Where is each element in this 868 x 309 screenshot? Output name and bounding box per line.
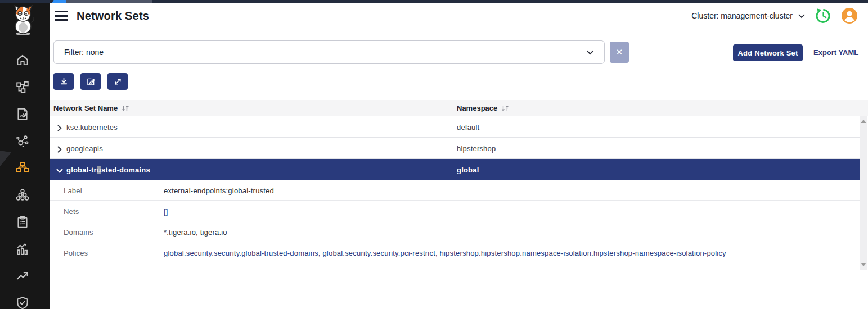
page-title: Network Sets bbox=[77, 10, 149, 22]
clear-filter-button[interactable]: ✕ bbox=[610, 42, 629, 63]
detail-row-nets: Nets [] bbox=[50, 201, 860, 221]
download-button[interactable] bbox=[53, 73, 74, 90]
header-right: Cluster: management-cluster bbox=[691, 7, 868, 24]
service-graph-icon[interactable] bbox=[15, 134, 30, 148]
threat-shield-icon[interactable] bbox=[15, 296, 30, 309]
browser-top-strip bbox=[0, 0, 868, 3]
namespace-value: default bbox=[457, 123, 479, 131]
sort-icon[interactable] bbox=[122, 105, 129, 112]
detail-value: external-endpoints:global-trusted bbox=[164, 187, 274, 195]
table-scrollbar[interactable] bbox=[860, 116, 867, 270]
main-content: Filter: none ✕ Add Network Set Export YA… bbox=[50, 29, 868, 309]
user-avatar-icon[interactable] bbox=[841, 7, 858, 24]
detail-row-label: Label external-endpoints:global-trusted bbox=[50, 180, 860, 201]
top-strip-slate-segment bbox=[66, 0, 152, 3]
chevron-down-icon bbox=[798, 11, 805, 20]
sidebar bbox=[0, 0, 50, 309]
policies-edit-icon[interactable] bbox=[15, 107, 30, 121]
table-header: Network Set Name Namespace bbox=[50, 100, 868, 116]
table-row-googleapis[interactable]: googleapis hipstershop bbox=[50, 138, 860, 159]
cluster-label: Cluster: management-cluster bbox=[691, 11, 793, 20]
detail-label: Polices bbox=[64, 249, 88, 257]
timeline-trend-icon[interactable] bbox=[15, 269, 30, 283]
scrollbar-up-arrow[interactable] bbox=[861, 120, 866, 123]
detail-row-polices: Polices global.security.security.global-… bbox=[50, 242, 860, 263]
chevron-right-icon[interactable] bbox=[56, 124, 63, 134]
network-set-name: global-trusted-domains bbox=[66, 166, 150, 174]
table-row-global-trusted-domains-selected[interactable]: global-trusted-domains global bbox=[50, 159, 860, 180]
menu-hamburger-icon[interactable] bbox=[55, 11, 68, 21]
detail-row-domains: Domains *.tigera.io, tigera.io bbox=[50, 221, 860, 242]
network-sets-icon[interactable] bbox=[15, 161, 30, 175]
network-topology-icon[interactable] bbox=[15, 80, 30, 94]
column-header-network-set-name[interactable]: Network Set Name bbox=[53, 100, 129, 116]
cluster-selector[interactable]: Cluster: management-cluster bbox=[691, 11, 805, 20]
sidebar-wedge-decoration bbox=[0, 151, 11, 166]
table-row-kse-kubernetes[interactable]: kse.kubernetes default bbox=[50, 116, 860, 138]
add-network-set-button[interactable]: Add Network Set bbox=[733, 44, 803, 61]
filter-dropdown[interactable]: Filter: none bbox=[53, 40, 605, 64]
app-window: Network Sets Cluster: management-cluster bbox=[0, 0, 868, 309]
export-yaml-link[interactable]: Export YAML bbox=[813, 48, 858, 57]
detail-value: *.tigera.io, tigera.io bbox=[164, 228, 227, 237]
home-icon[interactable] bbox=[15, 53, 30, 67]
detail-value: global.security.security.global-trusted-… bbox=[164, 249, 726, 257]
compliance-clipboard-icon[interactable] bbox=[15, 215, 30, 229]
dashboard-chart-icon[interactable] bbox=[15, 242, 30, 256]
filter-value: Filter: none bbox=[64, 48, 104, 57]
column-label: Namespace bbox=[457, 104, 497, 112]
chevron-down-icon[interactable] bbox=[56, 166, 63, 176]
network-set-name: kse.kubernetes bbox=[66, 123, 118, 131]
history-restore-icon[interactable] bbox=[815, 7, 831, 24]
edit-button[interactable] bbox=[80, 73, 101, 90]
detail-label: Domains bbox=[64, 228, 93, 237]
chevron-down-icon bbox=[586, 48, 594, 57]
calico-cat-logo bbox=[8, 3, 39, 36]
namespace-value: hipstershop bbox=[457, 144, 496, 153]
sort-icon[interactable] bbox=[501, 105, 509, 112]
column-label: Network Set Name bbox=[53, 104, 118, 112]
network-set-name: googleapis bbox=[66, 144, 103, 153]
text-cursor-highlight: u bbox=[97, 166, 101, 174]
page-header: Network Sets Cluster: management-cluster bbox=[50, 3, 868, 29]
detail-label: Nets bbox=[64, 207, 79, 216]
endpoints-cluster-icon[interactable] bbox=[15, 188, 30, 202]
scrollbar-down-arrow[interactable] bbox=[861, 263, 866, 266]
expand-button[interactable] bbox=[107, 73, 128, 90]
detail-label: Label bbox=[64, 187, 82, 195]
chevron-right-icon[interactable] bbox=[56, 145, 63, 155]
column-header-namespace[interactable]: Namespace bbox=[457, 100, 509, 116]
detail-value: [] bbox=[164, 207, 168, 216]
namespace-value: global bbox=[457, 166, 479, 174]
